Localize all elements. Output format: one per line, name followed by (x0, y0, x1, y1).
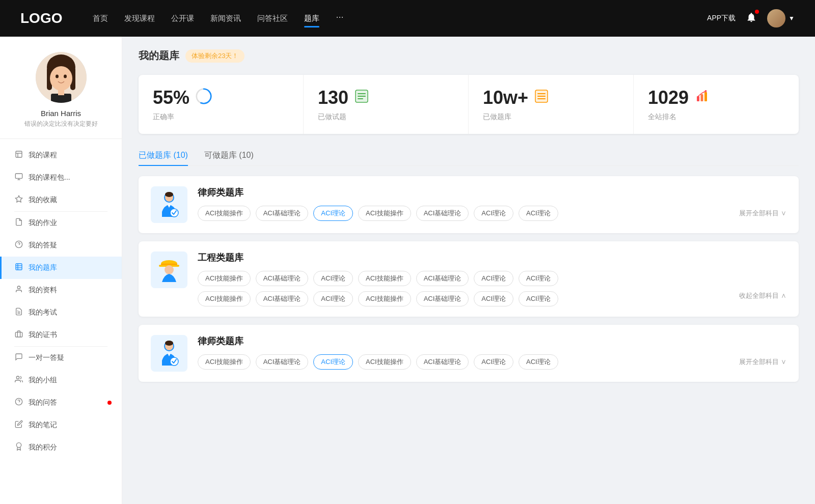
profile-name: Brian Harris (41, 109, 81, 118)
nav-news[interactable]: 新闻资讯 (210, 12, 241, 25)
user-avatar-button[interactable]: ▼ (767, 9, 795, 27)
tag-1-2[interactable]: ACI理论 (313, 206, 353, 221)
svg-rect-10 (16, 151, 22, 157)
profile-section: Brian Harris 错误的决定比没有决定要好 (0, 47, 122, 139)
sidebar-item-notes[interactable]: 我的笔记 (0, 414, 122, 436)
nav-discover[interactable]: 发现课程 (124, 12, 155, 25)
tag-2-5[interactable]: ACI理论 (474, 271, 513, 286)
tag-2-r2-0[interactable]: ACI技能操作 (198, 291, 251, 306)
tag-2-3[interactable]: ACI技能操作 (358, 271, 411, 286)
list-icon (355, 89, 369, 106)
svg-point-50 (165, 192, 173, 197)
stat-accuracy: 55% 正确率 (139, 75, 304, 134)
engineer-icon-2 (151, 251, 187, 288)
sidebar-item-1on1[interactable]: 一对一答疑 (0, 347, 122, 369)
tag-2-r2-3[interactable]: ACI技能操作 (358, 291, 411, 306)
tag-1-4[interactable]: ACI基础理论 (416, 206, 469, 221)
expand-action-1[interactable]: 展开全部科目 ∨ (739, 209, 786, 218)
lawyer-icon-3 (151, 335, 187, 372)
main-layout: Brian Harris 错误的决定比没有决定要好 我的课程 我的课程包... (0, 37, 815, 504)
sidebar-item-qa[interactable]: 我的答疑 (0, 234, 122, 257)
tag-3-4[interactable]: ACI基础理论 (416, 354, 469, 370)
sidebar-item-profile[interactable]: 我的资料 (0, 279, 122, 301)
sidebar-item-questions[interactable]: 我的问答 (0, 391, 122, 414)
qbank-title-3: 律师类题库 (198, 335, 786, 347)
courses-icon (14, 150, 23, 160)
tab-done[interactable]: 已做题库 (10) (139, 146, 188, 166)
sidebar-item-1on1-label: 一对一答疑 (29, 353, 64, 362)
tag-2-2[interactable]: ACI理论 (313, 271, 353, 286)
nav-qa[interactable]: 问答社区 (257, 12, 288, 25)
sidebar-item-favorites[interactable]: 我的收藏 (0, 189, 122, 211)
trial-badge: 体验剩余23天！ (185, 49, 244, 63)
sidebar-item-qbank[interactable]: 我的题库 (0, 257, 122, 279)
tag-1-5[interactable]: ACI理论 (474, 206, 513, 221)
logo[interactable]: LOGO (20, 10, 62, 26)
tag-3-0[interactable]: ACI技能操作 (198, 354, 251, 370)
nav-opencourse[interactable]: 公开课 (171, 12, 194, 25)
app-download-button[interactable]: APP下载 (707, 14, 736, 23)
nav-more[interactable]: ··· (336, 12, 343, 25)
group-icon (14, 375, 23, 385)
svg-point-23 (17, 286, 20, 289)
sidebar-item-cert-label: 我的证书 (29, 330, 57, 340)
tag-3-2[interactable]: ACI理论 (313, 354, 353, 370)
notes-icon (14, 420, 23, 430)
nav-qbank[interactable]: 题库 (304, 12, 319, 25)
svg-point-6 (56, 75, 59, 78)
sidebar-item-homework[interactable]: 我的作业 (0, 212, 122, 234)
tag-1-3[interactable]: ACI技能操作 (358, 206, 411, 221)
expand-action-3[interactable]: 展开全部科目 ∨ (739, 357, 786, 367)
sidebar-menu: 我的课程 我的课程包... 我的收藏 我的作业 (0, 144, 122, 459)
tag-3-1[interactable]: ACI基础理论 (256, 354, 309, 370)
stat-done-questions-value: 130 (318, 87, 348, 108)
page-title: 我的题库 (139, 49, 179, 63)
tag-3-5[interactable]: ACI理论 (474, 354, 513, 370)
qbank-card-1: 律师类题库 ACI技能操作 ACI基础理论 ACI理论 ACI技能操作 ACI基… (139, 176, 799, 233)
tag-1-0[interactable]: ACI技能操作 (198, 206, 251, 221)
qbank-body-1: 律师类题库 ACI技能操作 ACI基础理论 ACI理论 ACI技能操作 ACI基… (198, 186, 786, 221)
list2-icon (534, 89, 549, 106)
svg-rect-13 (15, 174, 22, 178)
avatar (767, 9, 785, 27)
nav-home[interactable]: 首页 (93, 12, 108, 25)
notification-bell[interactable] (746, 12, 757, 25)
cert-icon (14, 330, 23, 340)
sidebar: Brian Harris 错误的决定比没有决定要好 我的课程 我的课程包... (0, 37, 122, 504)
sidebar-item-courses[interactable]: 我的课程 (0, 144, 122, 166)
sidebar-item-homework-label: 我的作业 (29, 218, 57, 228)
questions-icon (14, 398, 23, 408)
sidebar-item-cert[interactable]: 我的证书 (0, 324, 122, 346)
profile-icon (14, 285, 23, 295)
svg-rect-26 (15, 332, 22, 337)
sidebar-item-courses-label: 我的课程 (29, 151, 57, 160)
tag-1-1[interactable]: ACI基础理论 (256, 206, 309, 221)
stat-done-banks-value: 10w+ (483, 87, 528, 108)
tag-2-r2-6[interactable]: ACI理论 (519, 291, 558, 306)
sidebar-item-group[interactable]: 我的小组 (0, 369, 122, 391)
ranking-chart-icon (695, 89, 709, 106)
qbank-title-2: 工程类题库 (198, 251, 786, 264)
stat-ranking-value: 1029 (648, 87, 689, 108)
tag-2-6[interactable]: ACI理论 (519, 271, 558, 286)
sidebar-item-group-label: 我的小组 (29, 376, 57, 385)
stat-done-banks-label: 已做题库 (483, 113, 619, 122)
tag-2-r2-1[interactable]: ACI基础理论 (256, 291, 309, 306)
tag-2-0[interactable]: ACI技能操作 (198, 271, 251, 286)
sidebar-item-qbank-label: 我的题库 (29, 263, 57, 272)
sidebar-item-points[interactable]: 我的积分 (0, 436, 122, 459)
svg-rect-44 (697, 96, 699, 101)
tag-1-6[interactable]: ACI理论 (519, 206, 558, 221)
tag-2-4[interactable]: ACI基础理论 (416, 271, 469, 286)
sidebar-item-coursepack[interactable]: 我的课程包... (0, 166, 122, 189)
tag-2-r2-4[interactable]: ACI基础理论 (416, 291, 469, 306)
tag-3-3[interactable]: ACI技能操作 (358, 354, 411, 370)
tag-2-r2-2[interactable]: ACI理论 (313, 291, 353, 306)
tag-3-6[interactable]: ACI理论 (519, 354, 558, 370)
sidebar-item-exam[interactable]: 我的考试 (0, 301, 122, 324)
tab-available[interactable]: 可做题库 (10) (204, 146, 254, 166)
tag-2-r2-5[interactable]: ACI理论 (474, 291, 513, 306)
collapse-action-2[interactable]: 收起全部科目 ∧ (739, 291, 786, 306)
tag-2-1[interactable]: ACI基础理论 (256, 271, 309, 286)
points-icon (14, 442, 23, 453)
